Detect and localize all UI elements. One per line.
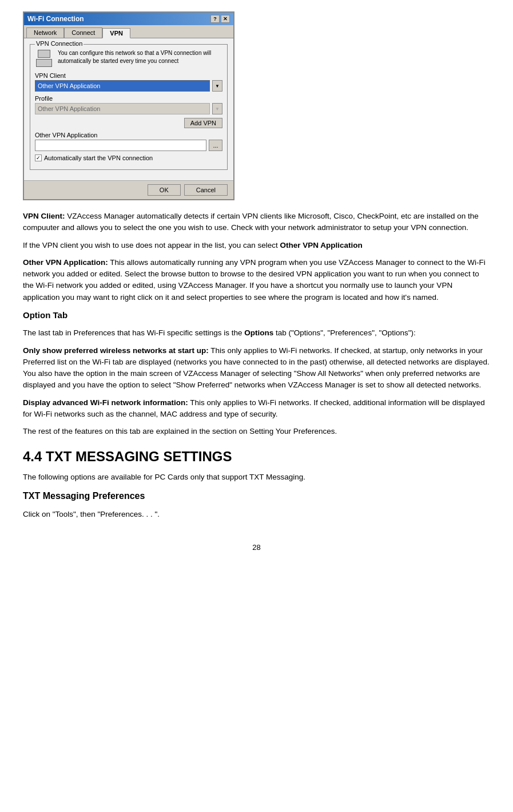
close-button[interactable]: ✕ — [221, 15, 230, 23]
txt-sub-heading-para: TXT Messaging Preferences — [23, 489, 490, 503]
section-heading: 4.4 TXT MESSAGING SETTINGS — [23, 446, 490, 467]
rest-para: The rest of the features on this tab are… — [23, 426, 490, 437]
profile-label: Profile — [35, 95, 222, 102]
auto-start-checkbox[interactable]: ✓ — [35, 155, 42, 161]
vpn-client-heading: VPN Client: — [23, 212, 65, 220]
display-advanced-heading: Display advanced Wi-Fi network informati… — [23, 398, 188, 407]
auto-start-row: ✓ Automatically start the VPN connection — [35, 155, 222, 161]
txt-text-para: Click on "Tools", then "Preferences. . .… — [23, 509, 490, 520]
vpn-client-select-row: Other VPN Application ▼ — [35, 80, 222, 92]
option-tab-text2: tab ("Options", "Preferences", "Options"… — [273, 328, 416, 337]
other-vpn-para: Other VPN Application: This allows autom… — [23, 257, 490, 303]
profile-select-row: Other VPN Application ▼ — [35, 103, 222, 114]
dialog-titlebar: Wi-Fi Connection ? ✕ — [24, 13, 233, 25]
vpn-client-text2: If the VPN client you wish to use does n… — [23, 241, 280, 249]
tab-network[interactable]: Network — [26, 27, 64, 38]
profile-select[interactable]: Other VPN Application — [35, 103, 210, 114]
dialog-title: Wi-Fi Connection — [27, 15, 84, 23]
browse-input[interactable] — [35, 140, 206, 151]
vpn-icon-bottom — [36, 59, 52, 67]
add-vpn-button[interactable]: Add VPN — [184, 118, 222, 128]
vpn-client-label: VPN Client — [35, 72, 222, 79]
page-content: VPN Client: VZAccess Manager automatical… — [23, 211, 490, 520]
vpn-connection-group: VPN Connection You can configure this ne… — [30, 44, 228, 170]
other-vpn-bold: Other VPN Application — [280, 241, 363, 249]
option-tab-heading: Option Tab — [23, 310, 67, 320]
vpn-info-row: You can configure this network so that a… — [35, 49, 222, 68]
vpn-info-text: You can configure this network so that a… — [58, 49, 222, 65]
vpn-client-text: VZAccess Manager automatically detects i… — [23, 212, 479, 232]
help-button[interactable]: ? — [210, 15, 220, 23]
tab-vpn[interactable]: VPN — [102, 28, 130, 38]
section-text: The following options are available for … — [23, 473, 305, 481]
rest-text: The rest of the features on this tab are… — [23, 427, 337, 435]
dialog-window: Wi-Fi Connection ? ✕ Network Connect VPN… — [23, 11, 234, 200]
page-number: 28 — [23, 543, 490, 552]
txt-sub-heading: TXT Messaging Preferences — [23, 491, 145, 501]
dialog-footer: OK Cancel — [24, 180, 233, 199]
browse-button[interactable]: ... — [209, 140, 222, 151]
auto-start-label: Automatically start the VPN connection — [44, 155, 153, 161]
only-show-para: Only show preferred wireless networks at… — [23, 345, 490, 391]
option-tab-para: The last tab in Preferences that has Wi-… — [23, 327, 490, 339]
option-tab-heading-para: Option Tab — [23, 309, 490, 322]
options-bold: Options — [244, 328, 273, 337]
browse-row: ... — [35, 140, 222, 151]
vpn-client-para2: If the VPN client you wish to use does n… — [23, 240, 490, 251]
titlebar-buttons: ? ✕ — [210, 15, 230, 23]
profile-dropdown-arrow[interactable]: ▼ — [212, 103, 222, 114]
other-vpn-heading: Other VPN Application: — [23, 258, 108, 267]
display-advanced-para: Display advanced Wi-Fi network informati… — [23, 397, 490, 421]
txt-text: Click on "Tools", then "Preferences. . .… — [23, 510, 160, 518]
dialog-tabs: Network Connect VPN — [24, 25, 233, 38]
vpn-client-select[interactable]: Other VPN Application — [35, 80, 210, 92]
dialog-body: VPN Connection You can configure this ne… — [24, 38, 233, 180]
other-vpn-label: Other VPN Application — [35, 132, 222, 138]
vpn-icon-top — [38, 50, 50, 58]
ok-button[interactable]: OK — [148, 184, 181, 196]
section-text-para: The following options are available for … — [23, 472, 490, 483]
vpn-client-para: VPN Client: VZAccess Manager automatical… — [23, 211, 490, 234]
vpn-icon — [35, 49, 53, 68]
only-show-heading: Only show preferred wireless networks at… — [23, 346, 209, 355]
option-tab-text: The last tab in Preferences that has Wi-… — [23, 328, 244, 337]
vpn-connection-label: VPN Connection — [35, 40, 83, 47]
vpn-client-dropdown-arrow[interactable]: ▼ — [212, 80, 222, 92]
tab-connect[interactable]: Connect — [64, 27, 102, 38]
add-vpn-row: Add VPN — [35, 118, 222, 128]
cancel-button[interactable]: Cancel — [184, 184, 228, 196]
